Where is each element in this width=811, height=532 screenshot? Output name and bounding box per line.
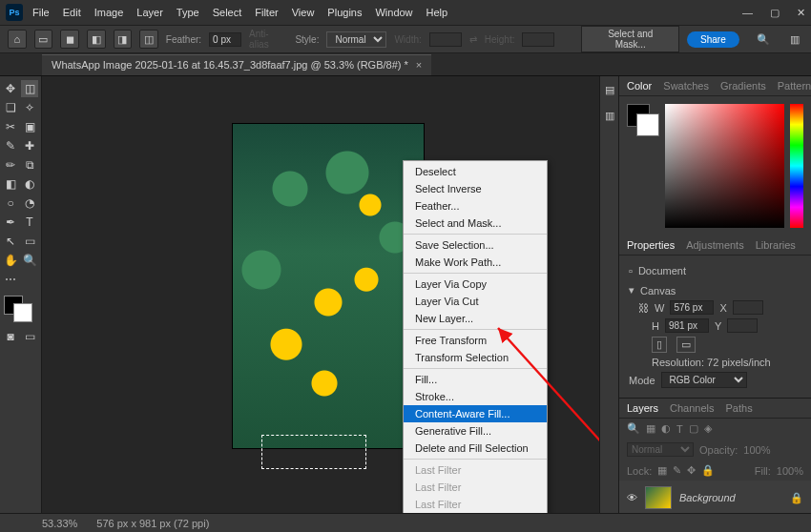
layer-name[interactable]: Background bbox=[679, 492, 736, 503]
menu-select[interactable]: Select bbox=[213, 7, 242, 18]
doc-info[interactable]: 576 px x 981 px (72 ppi) bbox=[96, 518, 209, 529]
context-menu-item[interactable]: Layer Via Copy bbox=[404, 276, 547, 293]
path-tool-icon[interactable]: ↖ bbox=[2, 233, 19, 250]
feather-input[interactable] bbox=[209, 32, 241, 47]
collapsed-icon[interactable]: ▤ bbox=[605, 84, 614, 96]
tab-patterns[interactable]: Patterns bbox=[778, 80, 811, 92]
filter-shape-icon[interactable]: ▢ bbox=[689, 422, 698, 435]
menu-type[interactable]: Type bbox=[177, 7, 199, 18]
menu-filter[interactable]: Filter bbox=[255, 7, 278, 18]
context-menu-item[interactable]: New Layer... bbox=[404, 310, 547, 327]
style-select[interactable]: Normal bbox=[326, 31, 386, 48]
context-menu-item[interactable]: Transform Selection bbox=[404, 349, 547, 366]
context-menu-item[interactable]: Free Transform bbox=[404, 332, 547, 349]
canvas-width-input[interactable] bbox=[670, 300, 714, 315]
tool-preset-icon[interactable]: ▭ bbox=[34, 30, 53, 49]
mode-select[interactable]: RGB Color bbox=[661, 372, 747, 388]
hand-tool-icon[interactable]: ✋ bbox=[2, 252, 19, 269]
menu-image[interactable]: Image bbox=[94, 7, 124, 18]
context-menu-item[interactable]: Deselect bbox=[404, 163, 547, 180]
sel-sub-icon[interactable]: ◨ bbox=[114, 30, 133, 49]
sel-add-icon[interactable]: ◧ bbox=[87, 30, 106, 49]
tab-layers[interactable]: Layers bbox=[627, 402, 658, 414]
visibility-icon[interactable]: 👁 bbox=[627, 492, 637, 503]
document-canvas[interactable] bbox=[233, 124, 424, 448]
menu-help[interactable]: Help bbox=[426, 7, 448, 18]
menu-edit[interactable]: Edit bbox=[63, 7, 81, 18]
bg-color-swatch[interactable] bbox=[636, 113, 659, 136]
move-tool-icon[interactable]: ✥ bbox=[2, 80, 19, 97]
tab-channels[interactable]: Channels bbox=[670, 402, 714, 414]
tab-swatches[interactable]: Swatches bbox=[663, 80, 709, 92]
tab-libraries[interactable]: Libraries bbox=[756, 239, 796, 251]
link-icon[interactable]: ⛓ bbox=[638, 302, 649, 314]
type-tool-icon[interactable]: T bbox=[21, 214, 38, 231]
select-mask-button[interactable]: Select and Mask... bbox=[581, 26, 679, 52]
canvas-height-input[interactable] bbox=[665, 318, 709, 333]
marquee-tool-icon[interactable]: ◫ bbox=[21, 80, 38, 97]
context-menu-item[interactable]: Layer Via Cut bbox=[404, 293, 547, 310]
zoom-level[interactable]: 53.33% bbox=[42, 518, 77, 529]
lock-pos-icon[interactable]: ✥ bbox=[687, 464, 696, 477]
search-icon[interactable]: 🔍 bbox=[755, 31, 772, 48]
context-menu-item[interactable]: Save Selection... bbox=[404, 236, 547, 254]
home-icon[interactable]: ⌂ bbox=[8, 30, 27, 49]
eyedropper-tool-icon[interactable]: ✎ bbox=[2, 137, 19, 154]
hue-slider[interactable] bbox=[790, 104, 803, 228]
dodge-tool-icon[interactable]: ◔ bbox=[21, 194, 38, 212]
filter-smart-icon[interactable]: ◈ bbox=[704, 422, 712, 435]
context-menu-item[interactable]: Fill... bbox=[404, 371, 547, 388]
context-menu-item[interactable]: Content-Aware Fill... bbox=[404, 405, 547, 422]
context-menu-item[interactable]: Delete and Fill Selection bbox=[404, 440, 547, 457]
menu-plugins[interactable]: Plugins bbox=[327, 7, 362, 18]
blur-tool-icon[interactable]: ○ bbox=[2, 194, 19, 212]
eraser-tool-icon[interactable]: ◧ bbox=[2, 175, 19, 193]
sel-intersect-icon[interactable]: ◫ bbox=[139, 30, 158, 49]
tab-close-icon[interactable]: × bbox=[416, 59, 422, 71]
heal-tool-icon[interactable]: ✚ bbox=[21, 137, 38, 154]
stamp-tool-icon[interactable]: ⧉ bbox=[21, 156, 38, 174]
close-icon[interactable]: ✕ bbox=[797, 7, 805, 19]
tab-properties[interactable]: Properties bbox=[627, 239, 675, 251]
document-tab[interactable]: WhatsApp Image 2025-01-16 at 16.45.37_3d… bbox=[42, 54, 431, 75]
color-swatches[interactable] bbox=[2, 296, 38, 326]
workspace-icon[interactable]: ▥ bbox=[786, 31, 803, 48]
lasso-tool-icon[interactable]: ❑ bbox=[2, 99, 19, 116]
filter-type-icon[interactable]: T bbox=[676, 423, 683, 435]
collapsed-icon[interactable]: ▥ bbox=[605, 110, 614, 122]
wand-tool-icon[interactable]: ✧ bbox=[21, 99, 38, 116]
sel-new-icon[interactable]: ◼ bbox=[60, 30, 79, 49]
menu-window[interactable]: Window bbox=[375, 7, 412, 18]
portrait-icon[interactable]: ▯ bbox=[652, 337, 667, 353]
more-tools-icon[interactable]: ⋯ bbox=[2, 271, 19, 288]
filter-pixel-icon[interactable]: ▦ bbox=[646, 422, 655, 435]
maximize-icon[interactable]: ▢ bbox=[770, 7, 780, 19]
brush-tool-icon[interactable]: ✏ bbox=[2, 156, 19, 174]
tab-paths[interactable]: Paths bbox=[726, 402, 753, 414]
minimize-icon[interactable]: — bbox=[742, 7, 753, 19]
canvas-area[interactable]: DeselectSelect InverseFeather...Select a… bbox=[42, 76, 599, 513]
lock-trans-icon[interactable]: ▦ bbox=[657, 464, 667, 477]
gradient-tool-icon[interactable]: ◐ bbox=[21, 175, 38, 193]
screenmode-icon[interactable]: ▭ bbox=[21, 328, 38, 345]
lock-all-icon[interactable]: 🔒 bbox=[701, 464, 715, 477]
context-menu-item[interactable]: Select Inverse bbox=[404, 180, 547, 197]
crop-tool-icon[interactable]: ✂ bbox=[2, 118, 19, 135]
tab-color[interactable]: Color bbox=[627, 80, 652, 92]
menu-view[interactable]: View bbox=[292, 7, 315, 18]
tab-gradients[interactable]: Gradients bbox=[720, 80, 766, 92]
context-menu-item[interactable]: Select and Mask... bbox=[404, 215, 547, 232]
landscape-icon[interactable]: ▭ bbox=[676, 337, 696, 353]
menu-file[interactable]: File bbox=[32, 7, 50, 18]
color-picker[interactable] bbox=[665, 104, 784, 228]
context-menu-item[interactable]: Stroke... bbox=[404, 388, 547, 405]
zoom-tool-icon[interactable]: 🔍 bbox=[21, 252, 38, 269]
filter-adjust-icon[interactable]: ◐ bbox=[661, 422, 671, 435]
filter-kind-icon[interactable]: 🔍 bbox=[627, 422, 640, 435]
quickmask-icon[interactable]: ◙ bbox=[2, 328, 19, 345]
pen-tool-icon[interactable]: ✒ bbox=[2, 214, 19, 231]
context-menu-item[interactable]: Make Work Path... bbox=[404, 254, 547, 271]
share-button[interactable]: Share bbox=[687, 31, 739, 48]
menu-layer[interactable]: Layer bbox=[136, 7, 163, 18]
context-menu-item[interactable]: Generative Fill... bbox=[404, 422, 547, 440]
